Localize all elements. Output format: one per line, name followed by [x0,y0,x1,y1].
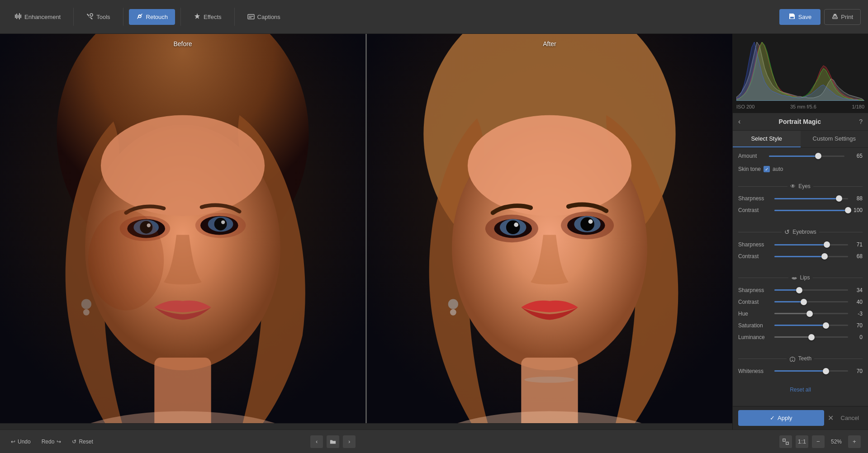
enhancement-btn[interactable]: Enhancement [7,9,68,25]
eyes-contrast-label: Contrast [738,207,774,213]
toolbar-right: Save Print [779,9,861,25]
print-button[interactable]: Print [824,9,861,25]
lips-hue-row: Hue -3 [738,309,863,318]
eyebrows-contrast-slider[interactable] [774,252,848,261]
photo-divider[interactable] [365,34,367,423]
effects-btn[interactable]: Effects [186,9,229,25]
lips-luminance-slider[interactable] [774,333,848,342]
main-area: Before [0,34,868,429]
eyebrows-contrast-label: Contrast [738,253,774,260]
retouch-label: Retouch [146,14,168,20]
eyes-icon: 👁 [790,183,796,189]
cancel-button[interactable]: Cancel [837,411,863,425]
check-icon: ✓ [770,415,775,421]
reset-button[interactable]: ↺ Reset [68,436,96,447]
lips-hue-slider[interactable] [774,309,848,318]
toolbar-separator-3 [180,8,181,26]
before-panel[interactable]: Before [0,34,365,423]
lips-label: Lips [800,274,810,281]
amount-label: Amount [738,153,765,159]
lens-label: 35 mm f/5.6 [790,104,816,109]
redo-icon: ↪ [57,439,61,445]
svg-point-49 [524,377,574,383]
svg-rect-7 [248,14,254,19]
eyes-label: Eyes [798,183,811,189]
svg-point-28 [81,299,91,309]
tools-btn[interactable]: Tools [79,9,117,25]
panel-back-button[interactable]: ‹ [738,118,740,126]
auto-label: auto [773,166,783,172]
teeth-label: Teeth [798,355,811,362]
eyebrows-contrast-row: Contrast 68 [738,252,863,261]
after-panel[interactable]: After [367,34,732,423]
panel-help-button[interactable]: ? [859,118,863,125]
next-image-button[interactable]: › [343,435,356,448]
folder-button[interactable] [327,435,339,448]
retouch-btn[interactable]: Retouch [129,9,175,25]
svg-rect-0 [15,14,16,18]
zoom-in-button[interactable]: + [848,435,861,448]
skin-tone-checkbox[interactable] [764,166,770,172]
reset-icon: ↺ [72,439,76,445]
zoom-out-button[interactable]: − [812,435,825,448]
reset-all-button[interactable]: Reset all [733,382,868,397]
lips-sharpness-value: 34 [848,287,863,293]
before-label: Before [173,40,192,47]
eyebrows-icon: ↺ [784,228,790,236]
canvas-scrollbar-h[interactable] [0,423,732,429]
lips-luminance-value: 0 [848,334,863,340]
panel-content[interactable]: ‹ Portrait Magic ? Select Style Custom S… [733,113,868,406]
toolbar: Enhancement Tools Retouch Effects Captio… [0,0,868,34]
amount-value: 65 [848,153,863,159]
panel-title: Portrait Magic [779,118,821,125]
svg-point-43 [580,217,594,231]
svg-point-24 [214,218,227,231]
svg-point-39 [506,220,520,234]
toolbar-separator-2 [123,8,123,26]
svg-rect-1 [16,14,17,19]
skin-tone-label: Skin tone [738,166,761,172]
lips-saturation-value: 70 [848,322,863,329]
toolbar-separator-4 [234,8,235,26]
amount-slider[interactable] [769,151,844,160]
bottom-right: 1:1 − 52% + [779,435,861,448]
panel-tabs: Select Style Custom Settings [733,131,868,148]
eyes-sharpness-slider[interactable] [774,194,848,203]
eyes-header: 👁 Eyes [738,179,863,191]
tab-custom-settings[interactable]: Custom Settings [801,131,868,147]
svg-rect-52 [786,442,788,444]
tools-label: Tools [96,14,110,20]
fullscreen-button[interactable] [779,435,792,448]
save-button[interactable]: Save [779,9,821,25]
before-photo [0,34,365,423]
amount-row: Amount 65 [733,148,868,164]
apply-button[interactable]: ✓ Apply [738,410,824,426]
eyes-contrast-slider[interactable] [774,206,848,215]
lips-sharpness-slider[interactable] [774,286,848,295]
svg-point-34 [468,115,631,216]
lips-saturation-slider[interactable] [774,321,848,330]
svg-point-40 [514,222,518,227]
eyebrows-sharpness-label: Sharpness [738,241,774,248]
lips-sharpness-label: Sharpness [738,287,774,293]
lips-contrast-slider[interactable] [774,297,848,307]
undo-button[interactable]: ↩ Undo [7,436,34,447]
eyebrows-sharpness-slider[interactable] [774,240,848,249]
teeth-whiteness-slider[interactable] [774,367,848,376]
prev-image-button[interactable]: ‹ [310,435,323,448]
captions-btn[interactable]: Captions [240,9,288,25]
lips-saturation-row: Saturation 70 [738,321,863,330]
zoom-level: 52% [828,439,844,445]
ratio-button[interactable]: 1:1 [796,435,808,448]
redo-button[interactable]: Redo ↪ [38,436,65,447]
svg-rect-51 [783,439,785,441]
teeth-icon [789,355,796,362]
redo-label: Redo [42,439,55,445]
tab-select-style[interactable]: Select Style [733,131,801,147]
eyebrows-label: Eyebrows [792,229,816,235]
histogram-info: ISO 200 35 mm f/5.6 1/180 [736,104,864,109]
bottom-bar: ↩ Undo Redo ↪ ↺ Reset ‹ › 1:1 − 52% + [0,429,868,453]
effects-icon [194,13,201,21]
cancel-x-button[interactable]: ✕ [824,410,837,426]
teeth-whiteness-value: 70 [848,368,863,374]
